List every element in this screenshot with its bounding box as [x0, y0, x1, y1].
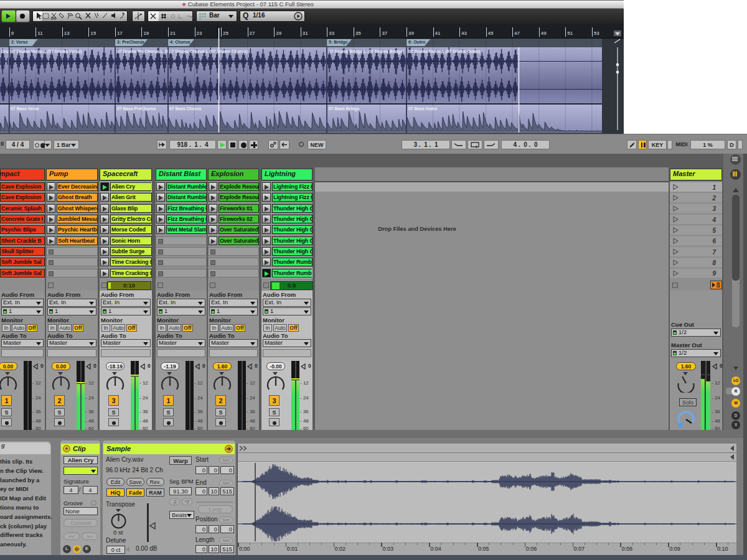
svg-text:1: 1	[712, 184, 716, 191]
svg-text:5: 5	[712, 227, 716, 234]
svg-text:8: 8	[712, 259, 716, 266]
svg-text:2: 2	[712, 195, 716, 202]
svg-text:3: 3	[712, 205, 716, 212]
svg-text:4: 4	[712, 217, 716, 223]
svg-text:9: 9	[712, 270, 716, 277]
svg-text:6: 6	[712, 238, 716, 245]
svg-text:7: 7	[712, 249, 716, 256]
